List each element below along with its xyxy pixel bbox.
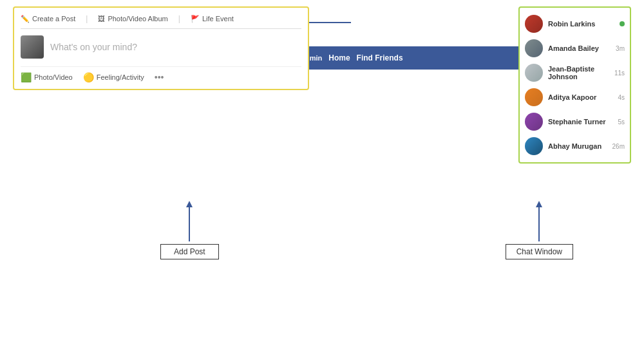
- life-event-label: Life Event: [202, 15, 234, 23]
- post-arrow-container: Add Post: [160, 206, 219, 259]
- chat-contact-name: Jean-Baptiste Johnson: [548, 65, 609, 80]
- chat-contact-name: Robin Larkins: [548, 20, 614, 28]
- chat-contact-avatar: [525, 15, 543, 33]
- photo-video-tab[interactable]: 🖼 Photo/Video Album: [98, 14, 167, 23]
- chat-contact-time: 11s: [614, 70, 625, 77]
- photo-action-icon: 🟩: [21, 72, 32, 82]
- create-post-icon: ✏️: [21, 15, 30, 23]
- create-post-tab[interactable]: ✏️ Create a Post: [21, 14, 75, 23]
- chat-contact-time: 5s: [618, 118, 625, 126]
- chat-contact-name: Stephanie Turner: [548, 118, 612, 126]
- post-tabs: ✏️ Create a Post | 🖼 Photo/Video Album |…: [21, 14, 301, 29]
- chat-window-label: Chat Window: [506, 244, 573, 259]
- post-box: ✏️ Create a Post | 🖼 Photo/Video Album |…: [13, 6, 309, 90]
- chat-window: Robin LarkinsAmanda Bailey3mJean-Baptist…: [518, 6, 631, 164]
- photo-video-icon: 🖼: [98, 15, 105, 23]
- post-actions: 🟩 Photo/Video 🟡 Feeling/Activity •••: [21, 66, 301, 82]
- tab-divider-2: |: [178, 14, 180, 23]
- photo-action-label: Photo/Video: [34, 73, 73, 81]
- chat-contact-item[interactable]: Robin Larkins: [520, 12, 630, 36]
- create-post-label: Create a Post: [32, 15, 75, 23]
- chat-contact-name: Aditya Kapoor: [548, 93, 612, 101]
- feeling-action-label: Feeling/Activity: [97, 73, 144, 81]
- chat-contact-item[interactable]: Amanda Bailey3m: [520, 36, 630, 61]
- feeling-action-icon: 🟡: [83, 72, 94, 82]
- chat-contact-time: 4s: [618, 94, 625, 101]
- chat-contact-name: Amanda Bailey: [548, 44, 611, 52]
- more-actions-button[interactable]: •••: [155, 72, 164, 82]
- photo-video-action-button[interactable]: 🟩 Photo/Video: [21, 72, 73, 82]
- nav-home-link[interactable]: Home: [328, 53, 350, 62]
- chat-contact-item[interactable]: Stephanie Turner5s: [520, 109, 630, 134]
- photo-video-label: Photo/Video Album: [108, 15, 167, 23]
- chat-contact-avatar: [525, 113, 543, 131]
- chat-contact-time: 26m: [612, 143, 625, 150]
- tab-divider-1: |: [86, 14, 88, 23]
- feeling-activity-action-button[interactable]: 🟡 Feeling/Activity: [83, 72, 144, 82]
- chat-contact-avatar: [525, 64, 543, 82]
- life-event-tab[interactable]: 🚩 Life Event: [191, 14, 234, 23]
- post-input-area: What's on your mind?: [21, 35, 301, 59]
- chat-contact-time: 3m: [616, 45, 625, 52]
- chat-contact-avatar: [525, 39, 543, 57]
- nav-find-friends-link[interactable]: Find Friends: [357, 53, 403, 62]
- post-user-avatar: [21, 35, 44, 59]
- life-event-icon: 🚩: [191, 15, 200, 23]
- chat-arrow-container: Chat Window: [506, 206, 573, 259]
- add-post-label: Add Post: [160, 244, 219, 259]
- chat-contact-avatar: [525, 88, 543, 106]
- chat-contact-item[interactable]: Jean-Baptiste Johnson11s: [520, 61, 630, 85]
- chat-contact-avatar: [525, 137, 543, 155]
- online-status-dot: [620, 21, 625, 26]
- chat-contact-name: Abhay Murugan: [548, 142, 607, 150]
- post-placeholder[interactable]: What's on your mind?: [50, 42, 301, 52]
- chat-contact-item[interactable]: Aditya Kapoor4s: [520, 85, 630, 109]
- chat-contact-item[interactable]: Abhay Murugan26m: [520, 134, 630, 158]
